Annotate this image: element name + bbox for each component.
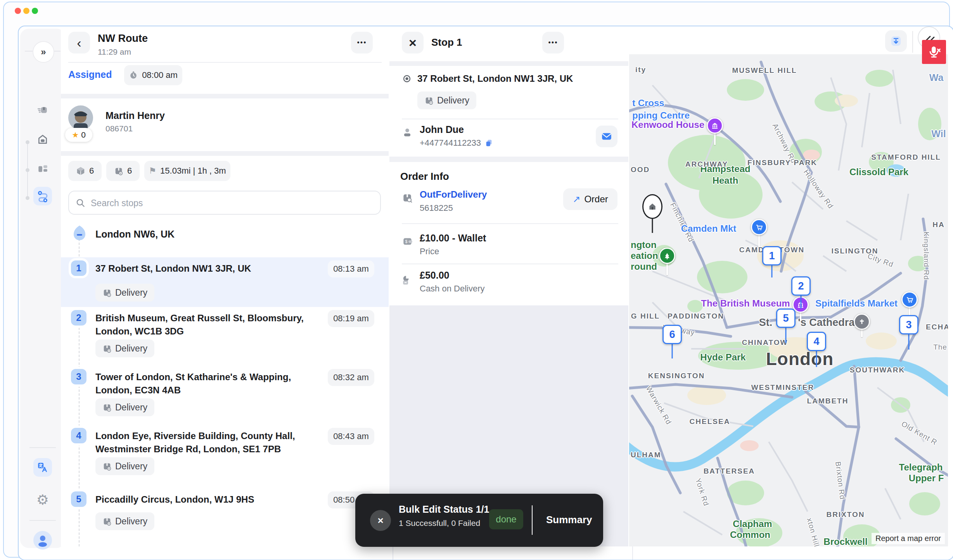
route-start-time: 08:00 am (142, 70, 178, 80)
download-icon (889, 34, 903, 48)
toast-summary-button[interactable]: Summary (546, 514, 592, 526)
sidebar-item-packages[interactable] (33, 159, 52, 177)
section-gap (389, 157, 628, 162)
stops-count-pill: 6 (106, 161, 140, 181)
arrow-up-right-icon: ↗ (572, 194, 580, 205)
divider (402, 119, 618, 119)
stop-detail-panel: × Stop 1 ••• 37 Robert St, London NW1 3J… (389, 26, 628, 546)
toast-close-button[interactable]: × (370, 510, 391, 531)
stop-title: Stop 1 (431, 36, 462, 48)
location-dot-icon (402, 74, 412, 84)
map-marker-stop-1[interactable]: 1 (762, 246, 782, 265)
map-pin-tree[interactable] (659, 248, 675, 264)
packages-icon (37, 162, 48, 174)
cod-amount: £50.00 (420, 270, 449, 281)
map-marker-stop-4[interactable]: 4 (807, 332, 826, 351)
stop-address: London Eye, Riverside Building, County H… (95, 429, 324, 456)
toolbar-divider (912, 31, 913, 53)
sidebar-item-deliveries[interactable] (33, 101, 52, 119)
marker-stem (801, 294, 802, 308)
divider (402, 223, 618, 224)
contact-name: John Due (420, 124, 464, 135)
parcel-search-icon (402, 192, 413, 203)
parcel-pin-icon (424, 96, 434, 105)
map-marker-stop-2[interactable]: 2 (791, 276, 811, 296)
mic-muted-badge[interactable] (922, 40, 946, 64)
route-menu-button[interactable]: ••• (351, 32, 373, 53)
map-pin-cart[interactable] (751, 219, 767, 235)
delivery-tag: Delivery (95, 457, 154, 475)
divider (29, 447, 56, 448)
map-toolbar (629, 26, 948, 54)
contact-phone-row: +447744112233 (420, 138, 493, 148)
back-button[interactable]: ‹ (68, 32, 90, 53)
map-marker-stop-5[interactable]: 5 (776, 308, 796, 328)
stop-number-badge: 3 (71, 369, 86, 384)
gear-icon: ⚙ (36, 492, 49, 508)
app: » (0, 0, 953, 560)
distance-text: 15.03mi | 1h , 3m (160, 166, 226, 176)
map-pin-museum[interactable] (707, 117, 723, 134)
stop-menu-button[interactable]: ••• (542, 32, 564, 53)
map-pin-cart[interactable] (901, 291, 918, 308)
stop-eta-pill: 08:43 am (328, 428, 374, 445)
sidebar-item-routes[interactable] (33, 187, 52, 205)
divider (29, 520, 56, 521)
chevrons-right-icon: » (41, 47, 46, 57)
marker-stem (758, 233, 760, 247)
close-stop-button[interactable]: × (402, 32, 424, 53)
route-start-time-pill[interactable]: 08:00 am (124, 65, 182, 85)
stop-number-badge: 1 (71, 260, 86, 276)
message-button[interactable] (596, 126, 617, 147)
map-markers: 125643 (629, 54, 948, 546)
distance-pill: ⚑ 15.03mi | 1h , 3m (144, 161, 230, 181)
sidebar-expand-button[interactable]: » (33, 41, 54, 63)
star-icon: ★ (72, 130, 79, 140)
copy-icon[interactable] (485, 139, 493, 147)
stop-address: Piccadilly Circus, London, W1J 9HS (95, 493, 324, 506)
warehouse-icon (37, 134, 48, 145)
delivery-tag: Delivery (95, 512, 154, 530)
ellipsis-icon: ••• (357, 39, 367, 47)
window-zoom-button[interactable] (32, 8, 38, 14)
order-status-link[interactable]: OutForDelivery (420, 189, 487, 200)
sidebar-item-settings[interactable]: ⚙ (33, 491, 52, 509)
map-marker-stop-3[interactable]: 3 (899, 315, 918, 334)
parcel-pin-icon (102, 344, 112, 353)
timer-icon (129, 71, 138, 80)
cod-label: Cash on Delivery (420, 284, 485, 294)
order-info-heading: Order Info (400, 171, 449, 183)
fast-delivery-icon (37, 104, 48, 116)
sidebar-profile-avatar[interactable] (33, 531, 52, 550)
chevron-left-icon: ‹ (77, 35, 81, 50)
map-attribution[interactable]: Report a map error (872, 533, 945, 544)
map[interactable]: ityMUSWELL HILLWaWilt Crosspping CentreK… (629, 54, 948, 546)
delivery-tag-label: Delivery (115, 402, 147, 413)
marker-stem (771, 264, 773, 277)
route-title: NW Route (98, 33, 148, 45)
marker-stem (666, 262, 668, 275)
driver-avatar[interactable] (68, 105, 93, 130)
map-marker-stop-6[interactable]: 6 (662, 325, 682, 344)
delivery-tag: Delivery (95, 339, 154, 357)
stops-count: 6 (127, 166, 132, 176)
route-status-badge: Assigned (68, 69, 112, 80)
user-avatar-icon (33, 531, 52, 550)
search-icon (75, 198, 86, 208)
packages-count: 6 (89, 166, 94, 176)
download-button[interactable] (885, 30, 907, 52)
window-close-button[interactable] (15, 8, 21, 14)
sidebar-item-language[interactable] (33, 458, 52, 477)
map-pin-start-home[interactable] (642, 194, 662, 219)
window-minimize-button[interactable] (23, 8, 29, 14)
marker-stem (908, 333, 910, 350)
contact-phone: +447744112233 (420, 138, 481, 148)
search-stops-input[interactable] (90, 191, 375, 215)
delivery-tag-label: Delivery (115, 288, 147, 298)
delivery-tag-label: Delivery (115, 461, 147, 472)
marker-stem (785, 326, 787, 343)
flag-icon: ⚑ (149, 166, 156, 176)
order-button[interactable]: ↗ Order (563, 188, 617, 210)
map-pin-cross[interactable] (854, 314, 870, 330)
sidebar-item-hub[interactable] (33, 130, 52, 149)
